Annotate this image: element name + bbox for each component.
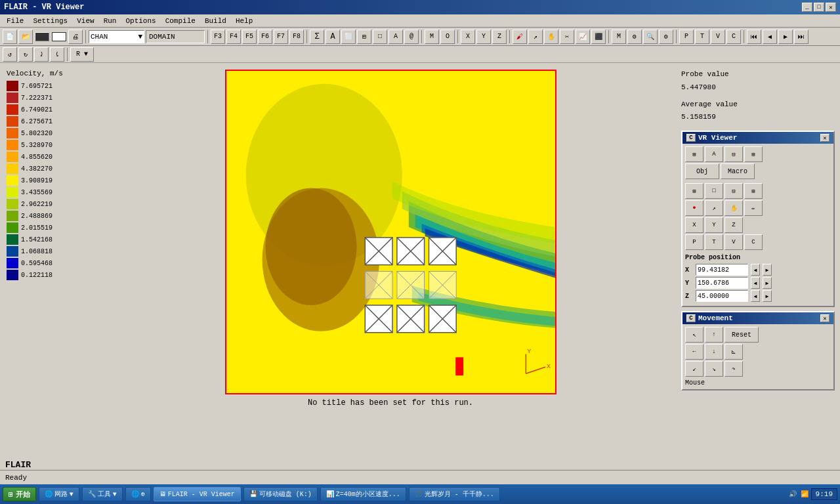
menu-settings[interactable]: Settings (29, 16, 72, 26)
menu-file[interactable]: File (3, 16, 28, 26)
m-btn[interactable]: M (425, 30, 439, 44)
vr-x-btn[interactable]: X (685, 217, 704, 233)
vr-grid6-btn[interactable]: ⊞ (744, 183, 763, 199)
vr-sq-btn[interactable]: □ (705, 183, 723, 199)
o-btn[interactable]: O (440, 30, 455, 44)
next2-btn[interactable]: ⏭ (794, 30, 808, 44)
vr-a-btn[interactable]: A (705, 146, 723, 162)
menu-options[interactable]: Options (121, 16, 159, 26)
reset-btn[interactable]: Reset (724, 327, 759, 343)
probe-x-dec[interactable]: ◀ (751, 264, 760, 276)
c-btn[interactable]: C (726, 30, 741, 44)
menu-compile[interactable]: Compile (161, 16, 200, 26)
move-upleft-btn[interactable]: ↖ (685, 327, 704, 343)
vr-obj-btn[interactable]: Obj (685, 163, 719, 179)
f6-btn[interactable]: F6 (258, 30, 272, 44)
f5-btn[interactable]: F5 (242, 30, 257, 44)
probe-y-value[interactable]: 150.6786 (696, 277, 748, 289)
vr-viewer-close[interactable]: ✕ (820, 134, 830, 142)
grid-btn[interactable]: ⊞ (357, 30, 371, 44)
bg-button[interactable] (52, 32, 66, 41)
vr-p-btn[interactable]: P (685, 234, 704, 250)
probe-z-dec[interactable]: ◀ (751, 290, 760, 302)
gear-btn[interactable]: ⚙ (627, 30, 642, 44)
z-btn[interactable]: Z (492, 30, 507, 44)
paint-btn[interactable]: 🖌 (513, 30, 527, 44)
vr-grid3-btn[interactable]: ⊞ (744, 146, 763, 162)
open-button[interactable]: 📂 (18, 30, 33, 44)
tilt-btn[interactable]: ⤸ (34, 47, 49, 62)
close-button[interactable]: ✕ (826, 3, 836, 12)
zoom-btn[interactable]: 🔍 (643, 30, 658, 44)
print-button[interactable]: 🖨 (68, 30, 83, 44)
rotate-right-btn[interactable]: ↻ (18, 47, 33, 62)
f3-btn[interactable]: F3 (211, 30, 225, 44)
menu-run[interactable]: Run (100, 16, 121, 26)
vr-y-btn[interactable]: Y (705, 217, 723, 233)
f7-btn[interactable]: F7 (274, 30, 288, 44)
a-btn[interactable]: A (326, 30, 340, 44)
scissors-btn[interactable]: ✂ (560, 30, 574, 44)
sigma-btn[interactable]: Σ (310, 30, 324, 44)
a2-btn[interactable]: A (388, 30, 403, 44)
vr-t-btn[interactable]: T (705, 234, 723, 250)
rotate-left-btn[interactable]: ↺ (3, 47, 17, 62)
r-btn[interactable]: R ▼ (70, 47, 94, 62)
menu-view[interactable]: View (73, 16, 98, 26)
vr-hand-btn[interactable]: ✋ (724, 200, 743, 216)
prev-btn[interactable]: ⏮ (747, 30, 761, 44)
p-btn[interactable]: P (679, 30, 694, 44)
vr-v-btn[interactable]: V (724, 234, 743, 250)
maximize-button[interactable]: □ (814, 3, 824, 12)
taskbar-network[interactable]: 🌐 网路 ▼ (39, 487, 79, 501)
settings-btn[interactable]: ⚙ (659, 30, 673, 44)
taskbar-disk[interactable]: 💾 可移动磁盘 (K:) (243, 487, 318, 501)
minimize-button[interactable]: _ (802, 3, 812, 12)
move-up-btn[interactable]: ↑ (705, 327, 723, 343)
vr-grid4-btn[interactable]: ⊞ (685, 183, 704, 199)
domain-box[interactable]: DOMAIN (146, 30, 205, 43)
move-down-btn[interactable]: ↓ (705, 344, 723, 360)
m2-btn[interactable]: M (612, 30, 626, 44)
taskbar-tools[interactable]: 🔧 工具 ▼ (82, 487, 123, 501)
probe-z-value[interactable]: 45.00000 (696, 290, 748, 302)
probe-z-inc[interactable]: ▶ (763, 290, 772, 302)
vr-paint-btn[interactable]: ● (685, 200, 704, 216)
probe-x-value[interactable]: 99.43182 (696, 264, 748, 276)
sq-btn[interactable]: □ (373, 30, 387, 44)
x-btn[interactable]: X (461, 30, 475, 44)
y-btn[interactable]: Y (476, 30, 491, 44)
t-btn[interactable]: T (695, 30, 709, 44)
move-rot-btn[interactable]: ↷ (724, 361, 743, 377)
color-button[interactable] (35, 32, 49, 41)
vr-c-btn[interactable]: C (744, 234, 763, 250)
rect-btn[interactable]: ⬜ (341, 30, 356, 44)
vr-z-btn[interactable]: Z (724, 217, 743, 233)
chart-btn[interactable]: 📈 (576, 30, 590, 44)
arrow-btn[interactable]: ↗ (528, 30, 543, 44)
move-zoomin-btn[interactable]: ↙ (685, 361, 704, 377)
menu-build[interactable]: Build (201, 16, 230, 26)
taskbar-flair[interactable]: 🖥 FLAIR - VR Viewer (154, 487, 241, 501)
move-zoomout-btn[interactable]: ↘ (705, 361, 723, 377)
vr-macro-btn[interactable]: Macro (721, 163, 755, 179)
f8-btn[interactable]: F8 (289, 30, 304, 44)
start-button[interactable]: ⊞ 开始 (3, 487, 36, 501)
movement-close[interactable]: ✕ (820, 314, 830, 322)
at-btn[interactable]: @ (404, 30, 419, 44)
taskbar-z40[interactable]: 📊 Z=40m的小区速度... (320, 487, 406, 501)
hand-btn[interactable]: ✋ (544, 30, 558, 44)
move-left-btn[interactable]: ← (685, 344, 704, 360)
vr-grid5-btn[interactable]: ⊟ (724, 183, 743, 199)
chan-dropdown[interactable]: CHAN ▼ (89, 30, 144, 43)
taskbar-music[interactable]: 🎵 光辉岁月 - 千千静... (409, 487, 500, 501)
f4-btn[interactable]: F4 (226, 30, 241, 44)
vr-grid2-btn[interactable]: ⊟ (724, 146, 743, 162)
new-button[interactable]: 📄 (3, 30, 17, 44)
probe-y-dec[interactable]: ◀ (751, 277, 760, 289)
next-btn[interactable]: ▶ (778, 30, 793, 44)
box3d-btn[interactable]: ⬛ (591, 30, 606, 44)
move-tilt-btn[interactable]: ⊾ (724, 344, 743, 360)
tilt2-btn[interactable]: ⤹ (50, 47, 64, 62)
vr-grid-btn[interactable]: ⊞ (685, 146, 704, 162)
